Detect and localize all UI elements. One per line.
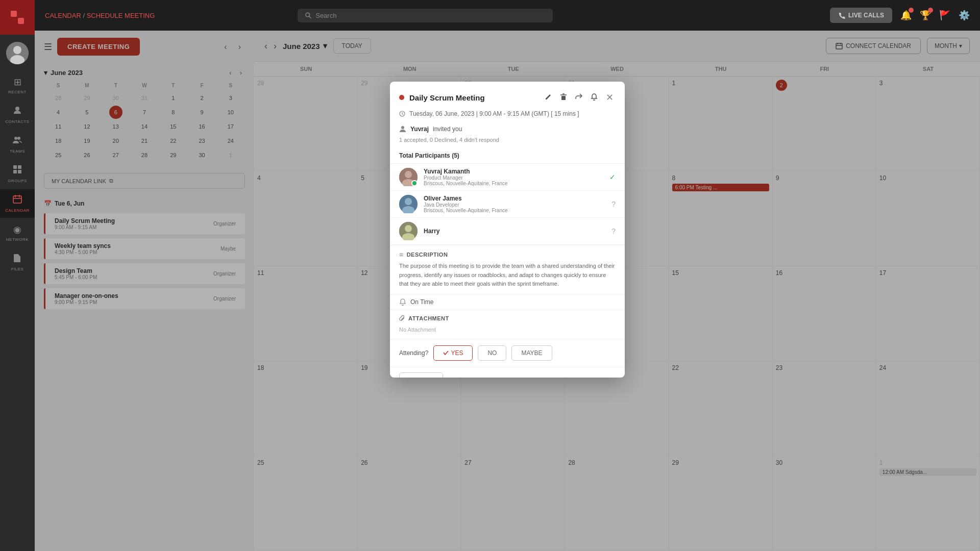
network-icon: ◉ [13, 224, 21, 235]
gear-icon[interactable]: ⚙️ [959, 10, 970, 21]
notifications-icon[interactable]: 🔔 [900, 10, 912, 21]
description-label: DESCRIPTION [407, 252, 448, 258]
main-content: ☰ CREATE MEETING ‹ › ▾ June 2023 ‹ › [35, 31, 980, 551]
search-icon [305, 12, 311, 19]
groups-icon [13, 165, 22, 177]
sidebar-item-groups-label: GROUPS [8, 179, 27, 183]
notify-row: NOTIFY [390, 367, 625, 378]
sidebar-item-teams-label: TEAMS [10, 149, 25, 154]
live-calls-button[interactable]: LIVE CALLS [830, 8, 892, 23]
participant-list: Yuvraj Kamanth Product Manager Briscous,… [390, 163, 625, 245]
yes-label: YES [451, 349, 463, 357]
notify-button[interactable]: NOTIFY [399, 372, 443, 378]
breadcrumb-sub: SCHEDULE MEETING [87, 12, 155, 19]
sidebar-item-files-label: FILES [11, 267, 24, 271]
rewards-icon[interactable]: 🏆 [920, 10, 931, 21]
svg-line-19 [309, 16, 311, 18]
sidebar-item-contacts[interactable]: CONTACTS [0, 101, 35, 129]
sidebar-item-network[interactable]: ◉ NETWORK [0, 219, 35, 247]
files-icon [13, 253, 22, 265]
svg-point-8 [14, 137, 17, 140]
attending-label: Attending? [399, 349, 428, 357]
trash-icon [560, 93, 567, 101]
attachment-label: ATTACHMENT [408, 315, 449, 321]
attachment-title: ATTACHMENT [399, 315, 616, 321]
checkmark-icon [443, 350, 449, 356]
svg-rect-11 [18, 165, 21, 169]
no-button[interactable]: NO [478, 345, 506, 361]
sidebar-item-files[interactable]: FILES [0, 248, 35, 277]
share-icon [575, 93, 582, 101]
breadcrumb-main: CALENDAR [45, 12, 81, 19]
organizer-person-icon [399, 126, 406, 133]
delete-button[interactable] [558, 91, 569, 104]
modal-overlay[interactable]: Daily Scrum Meeting [254, 31, 980, 551]
svg-point-18 [306, 13, 310, 17]
modal-datetime: Tuesday, 06 June, 2023 | 9:00 AM - 9:15 … [390, 109, 625, 122]
participant-name-2: Harry [424, 228, 605, 235]
attachment-section: ATTACHMENT No Attachment [390, 310, 625, 339]
sidebar-item-contacts-label: CONTACTS [5, 119, 29, 124]
svg-rect-12 [13, 170, 17, 173]
participant-item-1[interactable]: Oliver James Java Developer Briscous, No… [390, 191, 625, 218]
maybe-label: MAYBE [521, 349, 542, 357]
reminder-text: On Time [410, 298, 433, 306]
sidebar-item-recent-label: RECENT [8, 90, 27, 94]
modal-title: Daily Scrum Meeting [409, 93, 537, 102]
maybe-button[interactable]: MAYBE [511, 345, 552, 361]
participant-name-0: Yuvraj Kamanth [424, 168, 603, 175]
svg-point-33 [405, 198, 412, 205]
svg-rect-10 [13, 165, 17, 169]
search-input[interactable] [315, 12, 546, 19]
svg-point-30 [405, 171, 412, 178]
sidebar-item-recent[interactable]: ⊞ RECENT [0, 71, 35, 99]
app-logo [0, 0, 35, 35]
sidebar-item-calendar-label: CALENDAR [5, 208, 30, 213]
yes-button[interactable]: YES [433, 345, 473, 361]
calendar-main: ‹ › June 2023 ▾ TODAY CONNECT CALENDAR M… [254, 31, 980, 551]
organizer-name: Yuvraj [410, 126, 429, 133]
teams-icon [13, 135, 22, 147]
sidebar-item-calendar[interactable]: CALENDAR [0, 189, 35, 218]
description-text: The purpose of this meeting is to provid… [399, 262, 616, 289]
participant-role-0: Product Manager [424, 175, 603, 181]
participant-info-0: Yuvraj Kamanth Product Manager Briscous,… [424, 168, 603, 186]
reminder-section: On Time [390, 294, 625, 310]
participant-avatar-1 [399, 195, 418, 213]
reward-badge [928, 8, 933, 13]
breadcrumb: CALENDAR / SCHEDULE MEETING [45, 12, 155, 19]
modal-header: Daily Scrum Meeting [390, 82, 625, 109]
svg-point-9 [17, 137, 20, 140]
attachment-icon [399, 315, 405, 321]
calendar-icon [13, 194, 22, 206]
participant-info-1: Oliver James Java Developer Briscous, No… [424, 195, 605, 213]
sidebar-item-teams[interactable]: TEAMS [0, 130, 35, 159]
notification-badge [909, 8, 914, 13]
reminder-button[interactable] [589, 91, 600, 104]
recent-icon: ⊞ [14, 77, 21, 88]
organizer-stats: 1 accepted, 0 Declined, 4 didn't respond [390, 136, 625, 148]
svg-rect-13 [18, 170, 21, 173]
participant-avatar-0 [399, 168, 418, 186]
organizer-action: invited you [433, 126, 462, 133]
participant-item-2[interactable]: Harry ? [390, 218, 625, 245]
flag-icon[interactable]: 🚩 [939, 10, 950, 21]
share-button[interactable] [573, 91, 584, 104]
live-calls-label: LIVE CALLS [848, 12, 884, 19]
modal-close-button[interactable]: ✕ [604, 90, 616, 105]
svg-rect-24 [561, 96, 566, 100]
svg-rect-2 [11, 18, 17, 24]
participant-location-0: Briscous, Nouvelle-Aquitaine, France [424, 181, 603, 186]
organizer-stats-text: 1 accepted, 0 Declined, 4 didn't respond [399, 137, 499, 143]
topbar: CALENDAR / SCHEDULE MEETING LIVE CALLS 🔔… [35, 0, 980, 31]
participant-status-0: ✓ [609, 173, 616, 181]
edit-button[interactable] [543, 91, 554, 104]
svg-point-28 [401, 126, 404, 129]
avatar[interactable] [6, 42, 29, 64]
sidebar-item-groups[interactable]: GROUPS [0, 160, 35, 188]
no-label: NO [487, 349, 497, 357]
breadcrumb-sep: / [83, 12, 86, 19]
participant-item-0[interactable]: Yuvraj Kamanth Product Manager Briscous,… [390, 164, 625, 191]
search-box [298, 9, 553, 22]
participant-status-2: ? [611, 227, 616, 235]
